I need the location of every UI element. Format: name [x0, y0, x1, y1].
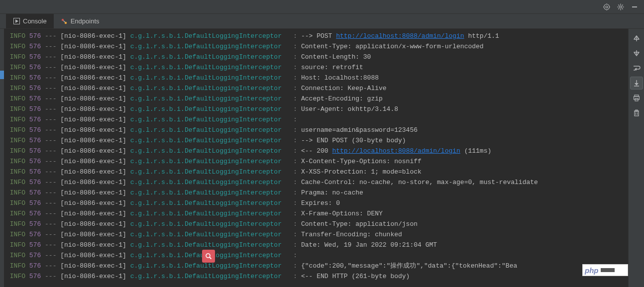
log-level: INFO — [6, 137, 25, 144]
log-line: INFO 576 --- [nio-8086-exec-1] c.g.l.r.s… — [6, 125, 628, 135]
log-logger: c.g.l.r.s.b.i.DefaultLoggingInterceptor — [130, 168, 282, 176]
print-icon[interactable] — [630, 92, 643, 104]
log-dash: --- — [45, 32, 56, 40]
log-level: INFO — [6, 43, 25, 50]
left-gutter — [0, 29, 4, 287]
log-line: INFO 576 --- [nio-8086-exec-1] c.g.l.r.s… — [6, 167, 628, 177]
log-line: INFO 576 --- [nio-8086-exec-1] c.g.l.r.s… — [6, 188, 628, 198]
log-line: INFO 576 --- [nio-8086-exec-1] c.g.l.r.s… — [6, 62, 628, 73]
title-bar — [0, 0, 644, 14]
log-message: Content-Type: application/x-www-form-url… — [301, 43, 484, 50]
log-sep: : — [293, 147, 297, 155]
log-sep: : — [293, 32, 297, 40]
log-sep: : — [293, 179, 297, 186]
gear-icon[interactable] — [614, 1, 627, 12]
log-dash: --- — [45, 199, 56, 207]
tab-bar: Console Endpoints — [0, 14, 644, 29]
log-thread: [nio-8086-exec-1] — [60, 53, 126, 61]
log-thread: [nio-8086-exec-1] — [60, 273, 126, 280]
log-line: INFO 576 --- [nio-8086-exec-1] c.g.l.r.s… — [6, 31, 628, 41]
log-sep: : — [293, 158, 297, 165]
log-pid: 576 — [29, 64, 41, 71]
arrow-up-icon[interactable] — [630, 32, 643, 45]
log-pid: 576 — [29, 252, 41, 259]
log-pid: 576 — [29, 179, 41, 186]
log-message: User-Agent: okhttp/3.14.8 — [301, 105, 398, 113]
log-line: INFO 576 --- [nio-8086-exec-1] c.g.l.r.s… — [6, 250, 628, 261]
log-sep: : — [293, 199, 297, 207]
tab-endpoints[interactable]: Endpoints — [54, 14, 107, 28]
log-pid: 576 — [29, 43, 41, 50]
log-level: INFO — [6, 85, 25, 92]
log-pid: 576 — [29, 210, 41, 217]
scroll-to-end-icon[interactable] — [630, 77, 643, 90]
soft-wrap-icon[interactable] — [630, 62, 643, 75]
log-dash: --- — [45, 220, 56, 228]
log-message: Accept-Encoding: gzip — [301, 95, 383, 102]
log-level: INFO — [6, 231, 25, 238]
log-logger: c.g.l.r.s.b.i.DefaultLoggingInterceptor — [130, 53, 282, 61]
svg-marker-28 — [635, 83, 639, 86]
url-link[interactable]: http://localhost:8088/admin/login — [332, 147, 460, 155]
log-logger: c.g.l.r.s.b.i.DefaultLoggingInterceptor — [130, 32, 282, 40]
log-message: <-- 200 http://localhost:8088/admin/logi… — [301, 147, 491, 155]
log-message: X-Content-Type-Options: nosniff — [301, 158, 422, 165]
log-message: Connection: Keep-Alive — [301, 85, 387, 92]
log-line: INFO 576 --- [nio-8086-exec-1] c.g.l.r.s… — [6, 261, 628, 271]
log-logger: c.g.l.r.s.b.i.DefaultLoggingInterceptor — [130, 95, 282, 102]
svg-line-13 — [618, 8, 619, 9]
log-thread: [nio-8086-exec-1] — [60, 64, 126, 71]
log-logger: c.g.l.r.s.b.i.DefaultLoggingInterceptor — [130, 241, 282, 249]
watermark-bar — [601, 268, 615, 272]
log-sep: : — [293, 64, 297, 71]
log-dash: --- — [45, 168, 56, 176]
log-sep: : — [293, 43, 297, 50]
log-message: {"code":200,"message":"操作成功","data":{"to… — [301, 262, 517, 270]
target-icon[interactable] — [600, 1, 613, 12]
log-pid: 576 — [29, 199, 41, 207]
log-thread: [nio-8086-exec-1] — [60, 199, 126, 207]
log-sep: : — [293, 126, 297, 134]
log-pid: 576 — [29, 74, 41, 82]
arrow-down-icon[interactable] — [630, 47, 643, 60]
log-sep: : — [293, 262, 297, 270]
svg-line-12 — [622, 8, 623, 9]
svg-rect-35 — [636, 110, 638, 111]
log-line: INFO 576 --- [nio-8086-exec-1] c.g.l.r.s… — [6, 146, 628, 156]
minimize-icon[interactable] — [628, 1, 641, 12]
svg-point-1 — [606, 6, 608, 8]
log-dash: --- — [45, 252, 56, 259]
log-message: source: retrofit — [301, 64, 363, 71]
log-sep: : — [293, 74, 297, 82]
log-message: Cache-Control: no-cache, no-store, max-a… — [301, 179, 538, 186]
log-thread: [nio-8086-exec-1] — [60, 210, 126, 217]
log-pid: 576 — [29, 189, 41, 196]
trash-icon[interactable] — [630, 106, 643, 119]
tab-console[interactable]: Console — [6, 14, 54, 28]
tab-label: Console — [23, 17, 47, 25]
log-thread: [nio-8086-exec-1] — [60, 189, 126, 196]
url-link[interactable]: http://localhost:8088/admin/login — [336, 32, 464, 40]
log-logger: c.g.l.r.s.b.i.DefaultLoggingInterceptor — [130, 74, 282, 82]
log-sep: : — [293, 189, 297, 196]
log-line: INFO 576 --- [nio-8086-exec-1] c.g.l.r.s… — [6, 41, 628, 52]
play-icon — [13, 18, 20, 25]
log-level: INFO — [6, 179, 25, 186]
console-output[interactable]: INFO 576 --- [nio-8086-exec-1] c.g.l.r.s… — [4, 29, 628, 287]
search-button[interactable] — [202, 250, 215, 263]
log-logger: c.g.l.r.s.b.i.DefaultLoggingInterceptor — [130, 262, 282, 270]
tab-label: Endpoints — [71, 17, 100, 25]
log-thread: [nio-8086-exec-1] — [60, 241, 126, 249]
log-pid: 576 — [29, 262, 41, 270]
log-level: INFO — [6, 64, 25, 71]
log-message: Date: Wed, 19 Jan 2022 09:21:04 GMT — [301, 241, 437, 249]
log-pid: 576 — [29, 147, 41, 155]
log-pid: 576 — [29, 95, 41, 102]
log-line: INFO 576 --- [nio-8086-exec-1] c.g.l.r.s… — [6, 271, 628, 282]
log-logger: c.g.l.r.s.b.i.DefaultLoggingInterceptor — [130, 210, 282, 217]
log-message: X-Frame-Options: DENY — [301, 210, 383, 217]
log-dash: --- — [45, 189, 56, 196]
log-logger: c.g.l.r.s.b.i.DefaultLoggingInterceptor — [130, 199, 282, 207]
log-message: Host: localhost:8088 — [301, 74, 379, 82]
log-sep: : — [293, 105, 297, 113]
